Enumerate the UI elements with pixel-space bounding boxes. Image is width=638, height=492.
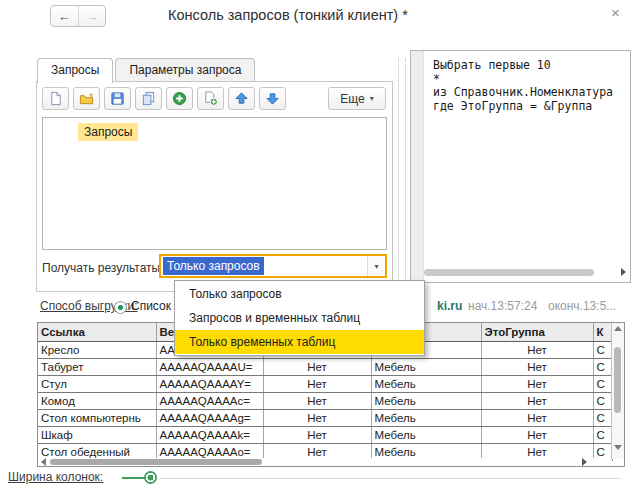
column-header[interactable]: ЭтоГруппа xyxy=(481,323,593,342)
table-cell: Нет xyxy=(481,427,593,444)
add-icon xyxy=(172,91,187,106)
table-hscroll-thumb[interactable] xyxy=(50,459,262,465)
table-cell: AAAAAQAAAAg= xyxy=(156,410,263,427)
scroll-up-icon[interactable] xyxy=(614,326,622,331)
new-document-button[interactable] xyxy=(42,87,69,110)
radio-list-label: Список xyxy=(131,299,171,313)
table-cell: С xyxy=(593,393,612,410)
save-icon xyxy=(110,91,125,106)
column-header[interactable]: К xyxy=(593,323,612,342)
table-cell: Стул xyxy=(38,376,156,393)
tree-item-queries-root[interactable]: Запросы xyxy=(78,123,138,141)
query-text: Выбрать первые 10 * из Справочник.Номенк… xyxy=(433,59,613,113)
chevron-down-icon: ▾ xyxy=(374,262,378,271)
add-button[interactable] xyxy=(166,87,193,110)
table-row[interactable]: ШкафAAAAAQAAAAk=НетМебельНетС xyxy=(38,427,612,444)
dropdown-option[interactable]: Только запросов xyxy=(175,282,424,306)
table-cell: С xyxy=(593,410,612,427)
slider-track-filled xyxy=(122,477,145,479)
page-title: Консоль запросов (тонкий клиент) * xyxy=(168,7,408,23)
table-cell: С xyxy=(593,359,612,376)
scroll-down-icon[interactable] xyxy=(614,445,622,450)
scroll-left-icon[interactable] xyxy=(41,458,46,466)
back-button[interactable]: ← xyxy=(51,6,79,26)
panel-splitter[interactable] xyxy=(398,58,406,291)
get-results-combobox[interactable]: Только запросов ▾ xyxy=(159,254,387,278)
table-cell: Нет xyxy=(263,427,371,444)
forward-arrow-icon: → xyxy=(85,9,98,24)
table-row[interactable]: СтулAAAAAQAAAAY=НетМебельНетС xyxy=(38,376,612,393)
new-document-icon xyxy=(48,91,63,106)
table-cell: AAAAAQAAAAk= xyxy=(156,427,263,444)
forward-button[interactable]: → xyxy=(79,6,106,26)
table-cell: Мебель xyxy=(371,410,481,427)
table-cell: Нет xyxy=(263,376,371,393)
more-button-label: Еще xyxy=(340,92,364,106)
table-cell: Нет xyxy=(481,393,593,410)
table-hscrollbar[interactable] xyxy=(38,458,612,466)
move-down-button[interactable] xyxy=(259,87,286,110)
table-cell: Нет xyxy=(481,359,593,376)
close-icon[interactable]: × xyxy=(611,4,620,21)
tab-queries[interactable]: Запросы xyxy=(37,58,113,83)
tab-query-parameters[interactable]: Параметры запроса xyxy=(115,58,255,81)
dropdown-option[interactable]: Запросов и временных таблиц xyxy=(175,306,424,330)
combobox-selected-value: Только запросов xyxy=(163,257,264,275)
end-time-label: оконч.13:5... xyxy=(548,299,616,313)
dropdown-option[interactable]: Только временных таблиц xyxy=(175,330,424,354)
result-url-link[interactable]: ki.ru xyxy=(437,299,462,313)
table-cell: С xyxy=(593,427,612,444)
table-cell: Нет xyxy=(263,359,371,376)
table-cell: Мебель xyxy=(371,393,481,410)
open-folder-icon xyxy=(79,91,94,106)
table-cell: Шкаф xyxy=(38,427,156,444)
table-cell: AAAAAQAAAAU= xyxy=(156,359,263,376)
table-cell: Мебель xyxy=(371,376,481,393)
radio-list[interactable] xyxy=(114,301,127,314)
column-header[interactable]: Ссылка xyxy=(38,323,156,342)
more-button[interactable]: Еще ▾ xyxy=(328,87,386,110)
table-cell: Стол компьютернь xyxy=(38,410,156,427)
table-cell: С xyxy=(593,376,612,393)
copy-button[interactable] xyxy=(135,87,162,110)
table-row[interactable]: Стол компьютерньAAAAAQAAAAg=НетМебельНет… xyxy=(38,410,612,427)
table-cell: С xyxy=(593,342,612,359)
table-row[interactable]: ТабуретAAAAAQAAAAU=НетМебельНетС xyxy=(38,359,612,376)
table-cell: AAAAAQAAAAc= xyxy=(156,393,263,410)
table-cell: Нет xyxy=(481,342,593,359)
table-cell: Нет xyxy=(263,393,371,410)
column-width-link[interactable]: Ширина колонок: xyxy=(8,470,103,484)
tab-bar: ЗапросыПараметры запроса xyxy=(37,58,257,82)
add-new-from-template-button[interactable] xyxy=(197,87,224,110)
save-button[interactable] xyxy=(104,87,131,110)
open-folder-button[interactable] xyxy=(73,87,100,110)
back-arrow-icon: ← xyxy=(58,9,71,24)
chevron-down-icon: ▾ xyxy=(370,94,374,103)
table-cell: Кресло xyxy=(38,342,156,359)
table-cell: Нет xyxy=(481,410,593,427)
move-down-icon xyxy=(265,91,280,106)
table-cell: Мебель xyxy=(371,427,481,444)
move-up-button[interactable] xyxy=(228,87,255,110)
table-cell: AAAAAQAAAAY= xyxy=(156,376,263,393)
editor-hscroll-thumb[interactable] xyxy=(424,269,594,276)
column-width-slider-knob[interactable] xyxy=(144,471,157,484)
slider-track-empty xyxy=(160,478,621,479)
copy-icon xyxy=(141,91,156,106)
table-cell: Мебель xyxy=(371,359,481,376)
scroll-right-icon[interactable] xyxy=(621,268,626,276)
nav-history-buttons: ← → xyxy=(50,5,106,27)
scroll-right-icon[interactable] xyxy=(582,458,587,466)
table-cell: Нет xyxy=(263,410,371,427)
query-text-editor[interactable]: Выбрать первые 10 * из Справочник.Номенк… xyxy=(410,50,631,283)
query-console-window: ← → Консоль запросов (тонкий клиент) * ×… xyxy=(0,0,638,492)
table-vscrollbar[interactable] xyxy=(611,323,624,459)
table-vscroll-thumb[interactable] xyxy=(614,347,621,413)
results-dropdown-menu: Только запросовЗапросов и временных табл… xyxy=(174,280,425,356)
combobox-dropdown-button[interactable]: ▾ xyxy=(367,256,385,276)
editor-gutter xyxy=(411,51,424,282)
start-time-label: нач.13:57:24 xyxy=(468,299,537,313)
table-cell: Нет xyxy=(481,376,593,393)
table-cell: Табурет xyxy=(38,359,156,376)
table-row[interactable]: КомодAAAAAQAAAAc=НетМебельНетС xyxy=(38,393,612,410)
